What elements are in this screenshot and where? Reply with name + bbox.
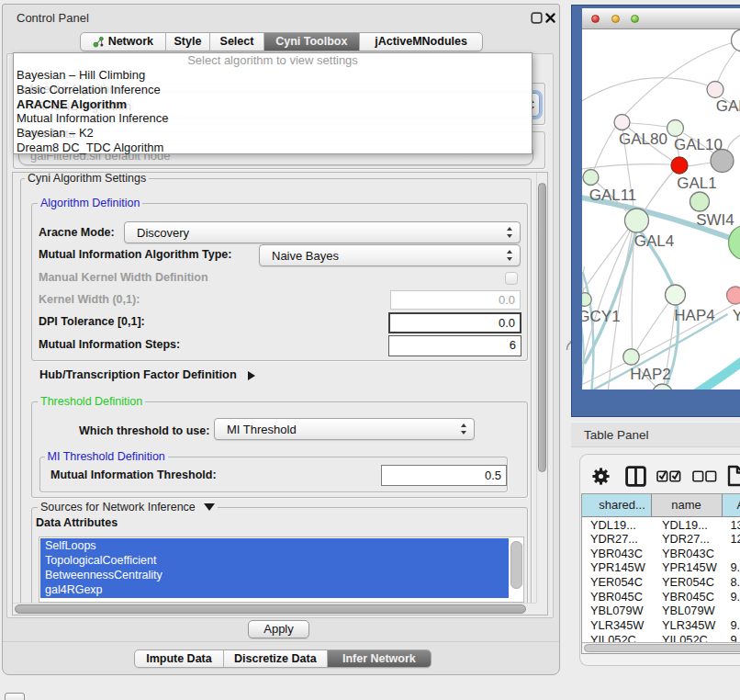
algorithm-option[interactable]: ARACNE Algorithm: [14, 97, 532, 112]
hub-definition-toggle[interactable]: Hub/Transcription Factor Definition: [39, 368, 255, 380]
network-edge[interactable]: [644, 171, 673, 211]
tab-jactivemnodules[interactable]: jActiveMNodules: [360, 33, 482, 51]
network-edge[interactable]: [582, 78, 708, 101]
table-row[interactable]: YDL19...YDL19...13: [582, 518, 740, 533]
close-icon[interactable]: [544, 12, 556, 24]
mi-threshold-label: Mutual Information Threshold:: [50, 469, 217, 481]
network-node[interactable]: [622, 349, 639, 366]
attribute-item[interactable]: gal4RGexp: [40, 582, 509, 597]
network-edge[interactable]: [593, 127, 615, 171]
list-scrollbar[interactable]: [510, 541, 522, 589]
network-node[interactable]: [671, 157, 688, 174]
network-edge[interactable]: [717, 51, 735, 82]
network-icon: [93, 36, 105, 48]
split-view-icon[interactable]: [625, 466, 646, 487]
column-header-shared-[interactable]: shared...: [582, 494, 652, 517]
table-cell: 12: [723, 532, 740, 547]
tab-network[interactable]: Network: [81, 33, 166, 51]
table-row[interactable]: YBL079WYBL079W: [582, 604, 740, 618]
node-label: GAL1: [677, 175, 716, 192]
collapse-down-icon: [204, 503, 215, 511]
network-edge[interactable]: [582, 292, 584, 390]
table-cell: YBR045C: [652, 590, 723, 604]
algorithm-option[interactable]: Dream8 DC_TDC Algorithm: [14, 141, 532, 155]
apply-button[interactable]: Apply: [248, 620, 309, 638]
network-node[interactable]: [652, 384, 672, 390]
mi-steps-field[interactable]: 6: [388, 335, 521, 356]
bottom-tab-impute-data[interactable]: Impute Data: [135, 650, 224, 667]
tab-select[interactable]: Select: [210, 33, 263, 51]
table-row[interactable]: YER054CYER054C8.: [582, 575, 740, 590]
network-node[interactable]: [582, 293, 591, 307]
table-rows: YDL19...YDL19...13YDR27...YDR27...12YBR0…: [582, 518, 740, 642]
algorithm-option[interactable]: Bayesian – K2: [14, 126, 532, 141]
network-edge[interactable]: [687, 163, 711, 166]
table-cell: YDR27...: [582, 532, 652, 547]
node-label: HAP2: [630, 366, 670, 383]
network-node[interactable]: [728, 225, 740, 260]
table-row[interactable]: YIL052CYIL052C9.: [582, 633, 740, 642]
algorithm-option[interactable]: Mutual Information Inference: [14, 111, 532, 126]
table-cell: 9.: [723, 633, 740, 642]
table-row[interactable]: YDR27...YDR27...12: [582, 532, 740, 547]
network-canvas[interactable]: GAL2GAL80GAL10GAL1GAL11GAL4SWI4GCY1HAP4Y…: [582, 29, 740, 390]
bottom-tab-infer-network[interactable]: Infer Network: [328, 650, 431, 667]
network-node[interactable]: [583, 170, 599, 186]
attribute-item[interactable]: BetweennessCentrality: [40, 568, 509, 582]
tab-style[interactable]: Style: [166, 33, 211, 51]
attribute-item[interactable]: TopologicalCoefficient: [40, 553, 509, 568]
algorithm-option[interactable]: Bayesian – Hill Climbing: [14, 68, 532, 83]
network-edge[interactable]: [630, 123, 667, 127]
network-node[interactable]: [726, 287, 740, 304]
gear-icon[interactable]: [591, 467, 611, 486]
network-node[interactable]: [667, 120, 683, 137]
settings-hscrollbar-thumb[interactable]: [15, 604, 526, 614]
aracne-mode-combo[interactable]: Discovery: [124, 221, 521, 243]
mi-type-combo[interactable]: Naive Bayes: [259, 244, 521, 266]
which-threshold-combo[interactable]: MI Threshold: [214, 418, 475, 440]
mi-threshold-group-title: MI Threshold Definition: [45, 451, 168, 463]
network-node[interactable]: [690, 192, 709, 211]
network-node[interactable]: [731, 29, 740, 51]
network-node[interactable]: [614, 115, 630, 130]
settings-vscrollbar-thumb[interactable]: [538, 183, 546, 472]
table-hscrollbar-thumb[interactable]: [584, 644, 740, 652]
network-edge[interactable]: [687, 360, 740, 390]
control-panel-tabs: NetworkStyleSelectCyni ToolboxjActiveMNo…: [80, 32, 483, 52]
table-cell: YLR345W: [652, 618, 723, 633]
hub-definition-label: Hub/Transcription Factor Definition: [39, 367, 237, 381]
floating-mini-button[interactable]: [5, 693, 26, 700]
dpi-tolerance-field[interactable]: 0.0: [388, 312, 521, 333]
checked-columns-icon[interactable]: [656, 469, 682, 482]
table-row[interactable]: YBR043CYBR043C: [582, 547, 740, 561]
bottom-separator: [3, 641, 559, 642]
table-row[interactable]: YBR045CYBR045C9.: [582, 590, 740, 604]
network-node[interactable]: [624, 209, 648, 232]
algorithm-definition-title: Algorithm Definition: [38, 198, 142, 209]
sources-toggle[interactable]: Sources for Network Inference: [38, 502, 218, 514]
network-window-titlebar[interactable]: [582, 8, 740, 29]
mi-threshold-field[interactable]: 0.5: [381, 465, 507, 486]
network-node[interactable]: [665, 285, 685, 305]
manual-kernel-checkbox[interactable]: [505, 272, 518, 285]
table-row[interactable]: YLR345WYLR345W9.: [582, 618, 740, 633]
table-panel-title: Table Panel: [584, 428, 649, 442]
table-cell: YDL19...: [582, 518, 652, 533]
tab-label: jActiveMNodules: [375, 35, 467, 48]
kernel-width-field[interactable]: 0.0: [390, 290, 521, 310]
algorithm-option[interactable]: Basic Correlation Inference: [14, 83, 532, 97]
float-icon[interactable]: [531, 12, 543, 24]
threshold-definition-title: Threshold Definition: [38, 396, 145, 408]
table-row[interactable]: YPR145WYPR145W9.: [582, 560, 740, 575]
node-table: shared...nameA YDL19...YDL19...13YDR27..…: [581, 493, 740, 654]
attribute-item[interactable]: SelfLoops: [40, 538, 509, 553]
bottom-tab-discretize-data[interactable]: Discretize Data: [224, 650, 328, 667]
network-node[interactable]: [707, 82, 723, 98]
column-header-name[interactable]: name: [652, 494, 723, 517]
tab-cyni-toolbox[interactable]: Cyni Toolbox: [264, 33, 361, 51]
document-icon[interactable]: [727, 465, 740, 487]
unchecked-columns-icon[interactable]: [692, 469, 718, 482]
column-header-a[interactable]: A: [723, 494, 740, 517]
network-edge[interactable]: [727, 135, 740, 153]
node-label: GAL2: [715, 97, 740, 115]
